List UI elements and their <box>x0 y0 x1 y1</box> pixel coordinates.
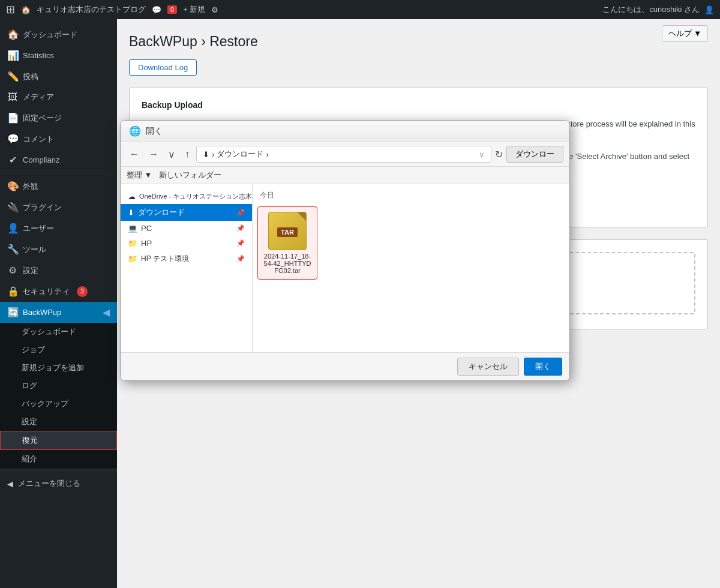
wp-logo-icon[interactable]: ⊞ <box>6 3 15 16</box>
sidebar-item-plugins[interactable]: 🔌 プラグイン <box>0 197 117 218</box>
submenu-item-jobs[interactable]: ジョブ <box>0 341 117 359</box>
tar-file-icon: TAR <box>268 212 307 250</box>
sidebar-item-settings[interactable]: ⚙ 設定 <box>0 260 117 281</box>
sidebar-item-complianz[interactable]: ✔ Complianz <box>0 149 117 170</box>
sidebar-item-statistics[interactable]: 📊 Statistics <box>0 45 117 66</box>
dropdown-icon[interactable]: ∨ <box>479 150 485 159</box>
sidebar-label-settings: 設定 <box>23 265 38 276</box>
path-text: ダウンロード <box>217 149 263 160</box>
nav-up-button[interactable]: ↑ <box>182 148 193 161</box>
sidebar-item-pages[interactable]: 📄 固定ページ <box>0 107 117 128</box>
plugins-icon: 🔌 <box>7 202 18 213</box>
file-main-area: 今日 TAR 2024-11-17_18-54-42_HHTTYDFG02.ta… <box>253 184 569 352</box>
download-log-button[interactable]: Download Log <box>129 59 197 76</box>
sidebar-label-plugins: プラグイン <box>23 202 62 213</box>
tools-icon: 🔧 <box>7 244 18 255</box>
pin-icon-3: 📌 <box>236 224 245 232</box>
submenu-item-intro[interactable]: 紹介 <box>0 450 117 468</box>
close-menu-icon: ◀ <box>7 479 13 488</box>
sidebar-item-media[interactable]: 🖼 メディア <box>0 87 117 107</box>
page-title: BackWPup › Restore <box>129 34 708 50</box>
nav-down-button[interactable]: ∨ <box>165 148 178 161</box>
user-avatar: 👤 <box>704 5 714 14</box>
sidebar-item-security[interactable]: 🔒 セキュリティ 3 <box>0 281 117 302</box>
sidebar-item-comments[interactable]: 💬 コメント <box>0 128 117 149</box>
submenu-item-backup[interactable]: バックアップ <box>0 395 117 413</box>
refresh-button[interactable]: ↻ <box>495 149 503 160</box>
submenu-item-log[interactable]: ログ <box>0 377 117 395</box>
sidebar-label-users: ユーザー <box>23 223 54 234</box>
sidebar-label-pages: 固定ページ <box>23 113 62 124</box>
sidebar-label-posts: 投稿 <box>23 71 38 82</box>
tree-item-pc[interactable]: 💻 PC 📌 <box>121 221 252 236</box>
pages-icon: 📄 <box>7 112 18 124</box>
pin-icon-2: 📌 <box>236 209 245 217</box>
tree-item-hp[interactable]: 📁 HP 📌 <box>121 236 252 251</box>
new-folder-button[interactable]: 新しいフォルダー <box>159 170 221 181</box>
backwpup-icon: 🔄 <box>7 307 18 318</box>
sidebar-label-statistics: Statistics <box>23 51 54 60</box>
section-today-header: 今日 <box>257 189 565 202</box>
tree-item-downloads[interactable]: ⬇ ダウンロード 📌 <box>121 204 252 221</box>
sidebar-label-comments: コメント <box>23 134 54 145</box>
sidebar-label-appearance: 外観 <box>23 181 38 192</box>
tree-item-onedrive[interactable]: ☁ OneDrive - キュリオステーション志木 店 📌 <box>121 189 252 204</box>
hp-label: HP <box>141 239 152 248</box>
organize-button[interactable]: 整理 ▼ <box>127 170 152 181</box>
settings-icon[interactable]: ⚙ <box>211 5 218 14</box>
hp-folder-icon: 📁 <box>128 239 137 248</box>
dialog-cancel-button[interactable]: キャンセル <box>457 358 519 376</box>
close-menu-label: メニューを閉じる <box>18 478 80 489</box>
user-greeting: こんにちは、curioshiki さん <box>602 4 700 15</box>
backwpup-submenu: ダッシュボード ジョブ 新規ジョブを追加 ログ バックアップ 設定 復元 ① 紹… <box>0 323 117 468</box>
onedrive-icon: ☁ <box>128 192 136 201</box>
complianz-icon: ✔ <box>7 154 18 166</box>
sidebar-label-backwpup: BackWPup <box>23 308 61 317</box>
path-bar: ⬇ › ダウンロード › ∨ <box>196 146 491 163</box>
help-button[interactable]: ヘルプ ▼ <box>662 25 708 42</box>
submenu-item-settings[interactable]: 設定 <box>0 413 117 431</box>
file-dialog-bottom: キャンセル 開く <box>121 352 569 380</box>
download-icon: ⬇ <box>128 208 134 217</box>
file-section: TAR 2024-11-17_18-54-42_HHTTYDFG02.tar <box>257 206 565 280</box>
file-dialog-toolbar: ← → ∨ ↑ ⬇ › ダウンロード › ∨ ↻ ダウンロー <box>121 142 569 167</box>
nav-forward-button[interactable]: → <box>146 148 161 161</box>
save-location-button[interactable]: ダウンロー <box>506 146 563 163</box>
file-name: 2024-11-17_18-54-42_HHTTYDFG02.tar <box>263 253 312 274</box>
hp-test-icon: 📁 <box>128 254 137 263</box>
file-dialog-body: ☁ OneDrive - キュリオステーション志木 店 📌 ⬇ ダウンロード 📌… <box>121 184 569 352</box>
sidebar-label-dashboard: ダッシュボード <box>23 29 77 40</box>
tree-item-hp-test[interactable]: 📁 HP テスト環境 📌 <box>121 251 252 267</box>
help-button-area: ヘルプ ▼ <box>662 25 708 42</box>
file-open-dialog: 🌐 開く ← → ∨ ↑ ⬇ › ダウンロード › ∨ ↻ ダウンロー <box>120 120 570 381</box>
site-name[interactable]: キュリオ志木店のテストブログ <box>37 4 146 15</box>
admin-bar: ⊞ 🏠 キュリオ志木店のテストブログ 💬 0 + 新規 ⚙ こんにちは、curi… <box>0 0 720 19</box>
posts-icon: ✏️ <box>7 71 18 82</box>
sidebar-item-posts[interactable]: ✏️ 投稿 <box>0 66 117 87</box>
submenu-item-dashboard[interactable]: ダッシュボード <box>0 323 117 341</box>
media-icon: 🖼 <box>7 92 18 103</box>
admin-bar-right: こんにちは、curioshiki さん 👤 <box>602 4 714 15</box>
chrome-icon: 🌐 <box>129 125 141 137</box>
path-separator: › <box>212 150 214 159</box>
close-menu-button[interactable]: ◀ メニューを閉じる <box>0 473 117 494</box>
sidebar-item-users[interactable]: 👤 ユーザー <box>0 218 117 239</box>
submenu-item-add-job[interactable]: 新規ジョブを追加 <box>0 359 117 377</box>
nav-back-button[interactable]: ← <box>127 148 142 161</box>
users-icon: 👤 <box>7 223 18 234</box>
sidebar-item-tools[interactable]: 🔧 ツール <box>0 239 117 260</box>
tar-label: TAR <box>277 227 298 237</box>
sidebar-item-backwpup[interactable]: 🔄 BackWPup ◀ <box>0 302 117 323</box>
organize-toolbar: 整理 ▼ 新しいフォルダー <box>121 167 569 184</box>
comment-count: 0 <box>167 5 177 14</box>
submenu-item-restore[interactable]: 復元 ① <box>0 431 117 450</box>
info-box-title: Backup Upload <box>142 100 695 110</box>
sidebar-divider-2 <box>0 470 117 471</box>
file-item-tar[interactable]: TAR 2024-11-17_18-54-42_HHTTYDFG02.tar <box>257 206 317 280</box>
path-sep2: › <box>266 150 268 159</box>
sidebar-item-appearance[interactable]: 🎨 外観 <box>0 176 117 197</box>
sidebar-item-dashboard[interactable]: 🏠 ダッシュボード <box>0 24 117 45</box>
dialog-open-button[interactable]: 開く <box>524 358 562 376</box>
new-post-button[interactable]: + 新規 <box>183 4 205 15</box>
dashboard-icon: 🏠 <box>7 29 18 40</box>
